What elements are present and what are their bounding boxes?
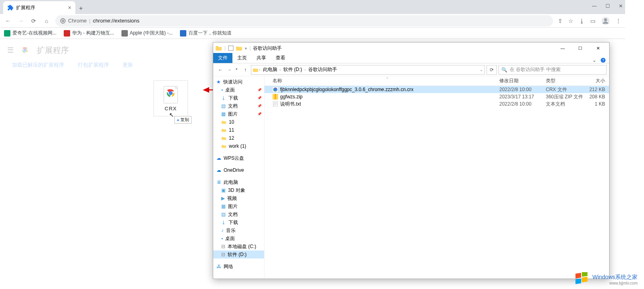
svg-rect-16 (275, 94, 276, 100)
bookmark-item[interactable]: 华为 - 构建万物互... (64, 30, 114, 37)
forward-button[interactable]: → (17, 18, 25, 24)
column-headers[interactable]: ⌃名称 修改日期 类型 大小 (264, 76, 609, 86)
sidebar-item[interactable]: ⊟本地磁盘 (C:) (213, 242, 264, 250)
reload-button[interactable]: ⟳ (30, 18, 38, 24)
search-placeholder: 在 谷歌访问助手 中搜索 (510, 66, 561, 73)
url-scheme: Chrome (68, 18, 87, 24)
minimize-button[interactable]: — (554, 43, 571, 54)
minimize-button[interactable]: — (592, 3, 597, 9)
search-input[interactable]: 🔍 在 谷歌访问助手 中搜索 (499, 65, 607, 75)
ribbon-tab-share[interactable]: 共享 (252, 53, 271, 63)
reading-list-icon[interactable]: ▭ (590, 18, 596, 24)
browser-tab[interactable]: 扩展程序 × (3, 1, 75, 14)
col-size: 大小 (585, 77, 609, 84)
explorer-titlebar[interactable]: | ▾ | 谷歌访问助手 — ☐ ✕ (213, 43, 609, 54)
bookmark-item[interactable]: 百度一下，你就知道 (180, 30, 232, 37)
pack-extension-button[interactable]: 打包扩展程序 (78, 61, 109, 69)
sidebar-quick-access[interactable]: ★快速访问 (213, 78, 264, 86)
ribbon-collapse-icon[interactable]: ⌄ (592, 57, 596, 63)
forward-button[interactable]: → (227, 67, 232, 73)
sidebar-item[interactable]: ▶视频 (213, 194, 264, 202)
sidebar-item[interactable]: ▣3D 对象 (213, 186, 264, 194)
ribbon-tab-view[interactable]: 查看 (271, 53, 290, 63)
breadcrumb-segment[interactable]: 此电脑 (261, 66, 279, 73)
file-row[interactable]: ggfwzs.zip 2023/3/17 13:17 360压缩 ZIP 文件 … (264, 93, 609, 100)
menu-icon[interactable]: ☰ (7, 46, 14, 55)
url-text: chrome://extensions (93, 18, 139, 24)
bookmark-item[interactable]: Apple (中国大陆) -... (121, 30, 173, 37)
menu-icon[interactable]: ⋮ (616, 18, 621, 24)
back-button[interactable]: ← (4, 18, 12, 24)
path-dropdown-icon[interactable]: ⌄ (480, 67, 483, 72)
back-button[interactable]: ← (218, 67, 223, 73)
sidebar-item[interactable]: ▦图片 (213, 202, 264, 210)
sidebar-item[interactable]: ▦图片📌 (213, 110, 264, 118)
file-row[interactable]: fjbknnledpckpbjcglogolokonffggpc_3.0.6_c… (264, 86, 609, 93)
bookmark-item[interactable]: 爱奇艺-在线视频网... (4, 30, 57, 37)
crx-file-icon (273, 87, 278, 92)
sidebar-item[interactable]: ⭳下载 (213, 218, 264, 226)
ribbon-tabs: 文件 主页 共享 查看 ⌄? (213, 54, 609, 63)
extension-icon (7, 4, 14, 11)
svg-rect-23 (575, 279, 581, 284)
folder-icon (216, 45, 222, 51)
sidebar-item[interactable]: ▤文档📌 (213, 102, 264, 110)
col-name: ⌃名称 (273, 77, 499, 84)
tab-title: 扩展程序 (16, 4, 35, 11)
tab-bar: 扩展程序 × + — ☐ ✕ (0, 0, 625, 14)
tab-close-icon[interactable]: × (68, 4, 71, 11)
sidebar-item[interactable]: ▪桌面 (213, 234, 264, 242)
window-title: 谷歌访问助手 (253, 45, 282, 52)
omnibox[interactable]: Chrome | chrome://extensions (55, 15, 553, 26)
ribbon-tab-file[interactable]: 文件 (213, 53, 232, 63)
recent-dropdown[interactable]: ▾ (236, 67, 238, 73)
up-button[interactable]: ↑ (242, 67, 249, 73)
maximize-button[interactable]: ☐ (606, 3, 610, 9)
breadcrumb-segment[interactable]: 软件 (D:) (282, 66, 304, 73)
breadcrumb-segment[interactable]: 谷歌访问助手 (307, 66, 339, 73)
close-button[interactable]: ✕ (589, 43, 607, 54)
svg-marker-9 (203, 87, 209, 93)
folder-icon (236, 45, 242, 51)
share-icon[interactable]: ⇪ (558, 18, 563, 24)
sidebar-item[interactable]: 12 (213, 134, 264, 142)
sidebar-this-pc[interactable]: 🖥此电脑 (213, 178, 264, 186)
sidebar-wps[interactable]: ☁WPS云盘 (213, 154, 264, 162)
file-list: ⌃名称 修改日期 类型 大小 fjbknnledpckpbjcglogoloko… (264, 76, 609, 279)
profile-avatar[interactable] (601, 16, 610, 25)
svg-rect-21 (575, 273, 581, 279)
update-button[interactable]: 更新 (123, 61, 133, 69)
sidebar: ★快速访问 ▪桌面📌 ⭳下载📌 ▤文档📌 ▦图片📌 10 11 12 work … (213, 76, 264, 279)
sidebar-onedrive[interactable]: ☁OneDrive (213, 166, 264, 174)
svg-point-7 (169, 91, 173, 95)
home-button[interactable]: ⌂ (42, 18, 50, 24)
file-row[interactable]: 说明书.txt 2022/2/8 10:00 文本文档 1 KB (264, 100, 609, 108)
sidebar-item[interactable]: ▤文档 (213, 210, 264, 218)
help-icon[interactable]: ? (600, 57, 606, 63)
checkbox-icon[interactable] (228, 45, 234, 51)
col-date: 修改日期 (499, 77, 546, 84)
crx-label: CRX (165, 106, 177, 112)
maximize-button[interactable]: ☐ (571, 43, 589, 54)
close-button[interactable]: ✕ (619, 3, 623, 9)
sidebar-item[interactable]: 11 (213, 126, 264, 134)
sidebar-item[interactable]: ♪音乐 (213, 226, 264, 234)
text-file-icon (273, 101, 278, 107)
load-unpacked-button[interactable]: 加载已解压的扩展程序 (12, 61, 64, 69)
watermark: Windows系统之家 www.bjjmlv.com (575, 272, 638, 287)
breadcrumb[interactable]: › 此电脑› 软件 (D:)› 谷歌访问助手 ⌄ (251, 65, 485, 75)
sidebar-item[interactable]: ▪桌面📌 (213, 86, 264, 94)
ribbon-tab-home[interactable]: 主页 (232, 53, 252, 63)
downloads-icon[interactable]: ⭳ (579, 18, 585, 24)
svg-point-0 (61, 18, 65, 23)
chrome-icon (60, 18, 66, 24)
sidebar-item[interactable]: work (1) (213, 142, 264, 150)
new-tab-button[interactable]: + (75, 3, 87, 14)
sidebar-item[interactable]: ⊟软件 (D:) (213, 250, 264, 258)
refresh-button[interactable]: ⟳ (487, 65, 497, 75)
path-bar: ← → ▾ ↑ › 此电脑› 软件 (D:)› 谷歌访问助手 ⌄ ⟳ 🔍 在 谷… (213, 63, 609, 76)
bookmark-star-icon[interactable]: ☆ (568, 18, 573, 24)
sidebar-network[interactable]: 🖧网络 (213, 263, 264, 271)
sidebar-item[interactable]: ⭳下载📌 (213, 94, 264, 102)
sidebar-item[interactable]: 10 (213, 118, 264, 126)
